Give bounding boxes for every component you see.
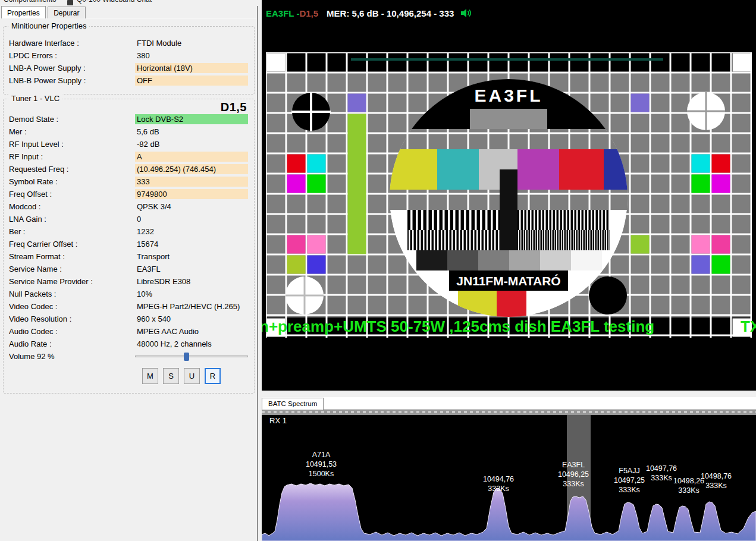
property-value: 380 [135,51,248,61]
property-value: 10% [135,289,248,299]
property-row: Null Packets : 10% [4,288,254,300]
property-label: LNB-B Power Supply : [9,76,135,85]
video-ticker: n+preamp+UMTS 50-75W ,125cms dish EA3FL … [262,317,756,336]
volume-slider-track [135,356,248,357]
properties-tabpage: Minitiouner Properties Hardware Interfac… [0,18,256,541]
testcard-callsign: EA3FL [474,86,542,105]
panel-divider[interactable] [257,6,258,541]
property-row: Demod State : Lock DVB-S2 [4,113,254,125]
signal-freq: 10498,26 [673,476,704,486]
property-value: LibreSDR E308 [135,276,248,287]
video-testcard: EA3FL JN11FM-MATARÓ [266,52,752,338]
signal-label: 10497,76 333Ks [646,464,677,483]
signal-freq: 10491,53 [306,460,337,469]
button-m[interactable]: M [142,368,158,384]
button-r[interactable]: R [205,368,221,384]
property-row: Video Codec : MPEG-H Part2/HEVC (H.265) [4,300,254,313]
d-value-label: D1,5 [221,100,247,114]
property-label: Audio Rate : [9,339,135,348]
left-tabbar: Properties Depurar [1,6,85,18]
property-label: Mer : [9,127,135,136]
property-value: 960 x 540 [135,314,248,324]
property-value: 5,6 dB [135,127,248,137]
volume-label: Volume 92 % [9,352,135,361]
property-value: QPSK 3/4 [135,202,248,212]
property-row: Requested Freq : (10.496.254) (746.454) [4,163,254,175]
property-value: OFF [135,76,248,86]
button-s[interactable]: S [163,368,179,384]
property-row: Video Resolution : 960 x 540 [4,313,254,325]
signal-rate: 333Ks [646,473,677,483]
signal-rate: 333Ks [614,485,645,495]
property-row: Service Name : EA3FL [4,263,254,275]
mute-button-row: M S U R [142,368,221,384]
property-row: Mer : 5,6 dB [4,125,254,138]
property-value: 333 [135,177,248,187]
property-row: Modcod : QPSK 3/4 [4,200,254,213]
menu-item-wideband-chat[interactable]: Q0-100 Wideband Chat [77,0,152,4]
property-label: Freq Carrier Offset : [9,240,135,249]
property-row: LNA Gain : 0 [4,213,254,225]
rx-label: RX 1 [269,416,287,425]
signal-label: 10498,26 333Ks [673,476,704,495]
signal-name: EA3FL [558,460,589,470]
testcard-locator: JN11FM-MATARÓ [456,274,560,288]
property-label: LNB-A Power Supply : [9,64,135,73]
menu-strip: Comportamiento Q0-100 Wideband Chat [0,0,257,6]
property-value: Horizontal (18V) [135,63,248,73]
property-row: LPDC Errors : 380 [4,49,254,62]
signal-name: F5AJJ [614,466,645,476]
property-row: LNB-B Power Supply : OFF [4,74,254,87]
signal-rate: 333Ks [701,481,732,490]
video-panel: EA3FL - D1,5 MER: 5,6 dB - 10,496,254 - … [262,0,756,391]
property-label: Null Packets : [9,290,135,298]
property-row: RF Input : A [4,150,254,163]
ticker-text: n+preamp+UMTS 50-75W ,125cms dish EA3FL … [262,317,654,336]
signal-label-f5ajj: F5AJJ 10497,25 333Ks [614,466,645,495]
signal-label: 10494,76 333Ks [483,474,514,493]
signal-name: A71A [306,450,337,460]
signal-label-a71a: A71A 10491,53 1500Ks [306,450,337,479]
menu-item-comportamiento[interactable]: Comportamiento [4,0,57,4]
volume-slider[interactable] [135,351,248,361]
property-value: A [135,152,248,162]
property-value: EA3FL [135,264,248,274]
property-label: Hardware Interface : [9,39,135,48]
signal-freq: 10494,76 [483,474,514,484]
spectrum-panel[interactable]: RX 1 A71A 10491,53 1500Ks 10494,76 333Ks… [262,410,756,541]
property-value: -82 dB [135,139,248,149]
signal-rate: 333Ks [558,479,589,489]
header-callsign: EA3FL - [266,8,299,18]
spectrum-tabbar: BATC Spectrum [262,397,756,410]
property-value: Transport [135,251,248,262]
property-row: Stream Format : Transport [4,250,254,263]
tab-properties[interactable]: Properties [1,6,46,18]
button-u[interactable]: U [184,368,200,384]
video-header: EA3FL - D1,5 MER: 5,6 dB - 10,496,254 - … [266,7,472,20]
volume-row: Volume 92 % [4,350,254,363]
property-label: RF Input Level : [9,140,135,149]
property-label: Video Codec : [9,302,135,311]
property-label: Ber : [9,227,135,236]
property-value: 9749800 [135,189,248,199]
property-value: (10.496.254) (746.454) [135,164,248,174]
property-row: Hardware Interface : FTDI Module [4,37,254,49]
property-row: Service Name Provider : LibreSDR E308 [4,275,254,288]
property-row: RF Input Level : -82 dB [4,138,254,150]
speaker-icon[interactable] [461,8,472,18]
property-row: Ber : 1232 [4,225,254,238]
group-title: Minitiouner Properties [8,21,89,30]
ticker-tx: TX [741,317,756,336]
minitiouner-properties-group: Minitiouner Properties Hardware Interfac… [3,26,255,95]
property-value: Lock DVB-S2 [135,114,248,124]
property-value: MPEG AAC Audio [135,326,248,336]
volume-slider-thumb[interactable] [184,353,189,361]
property-row: Audio Codec : MPEG AAC Audio [4,325,254,338]
property-label: Stream Format : [9,252,135,261]
signal-rate: 1500Ks [306,469,337,479]
property-label: RF Input : [9,152,135,161]
property-row: Freq Offset : 9749800 [4,188,254,200]
tab-batc-spectrum[interactable]: BATC Spectrum [262,398,324,410]
tab-depurar[interactable]: Depurar [48,7,85,18]
property-value: 0 [135,214,248,224]
